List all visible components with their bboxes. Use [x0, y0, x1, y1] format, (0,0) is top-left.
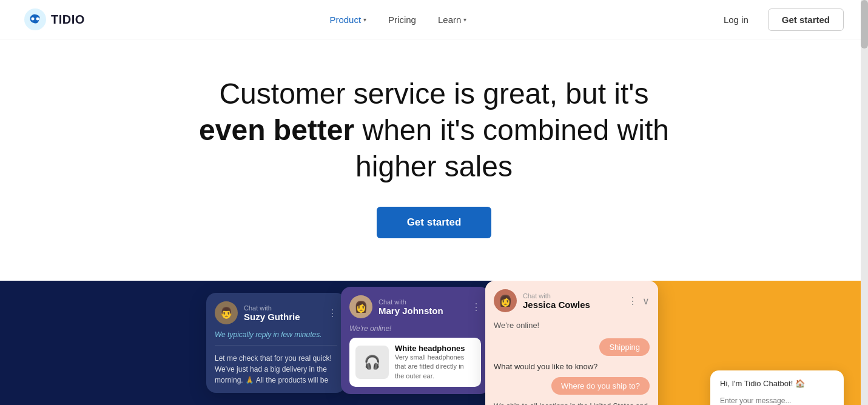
suzy-message: Let me check that for you real quick! We… [206, 346, 346, 393]
learn-chevron-icon: ▾ [463, 16, 466, 23]
suzy-name: Suzy Guthrie [244, 312, 300, 322]
product-desc: Very small headphones that are fitted di… [395, 353, 475, 381]
chat-card-jessica: 👩 Chat with Jessica Cowles ⋮ ∨ We're onl… [485, 281, 658, 405]
product-image: 🎧 [355, 346, 389, 379]
scrollbar[interactable] [861, 0, 868, 405]
get-started-hero-button[interactable]: Get started [377, 207, 492, 238]
avatar-suzy: 👨 [215, 301, 238, 324]
jessica-answer: We ship to all locations in the United S… [485, 397, 658, 405]
product-chevron-icon: ▾ [363, 16, 366, 23]
avatar-mary: 👩 [349, 295, 372, 318]
mary-chat-with-label: Chat with [378, 298, 443, 306]
nav-right: Log in Get started [712, 8, 844, 31]
navigation: TIDIO Product ▾ Pricing Learn ▾ Log in G… [0, 0, 868, 39]
mary-status: We're online! [341, 324, 490, 338]
demo-area: 👨 Chat with Suzy Guthrie ⋮ We typically … [0, 281, 868, 405]
chatbot-widget: Hi, I'm Tidio Chatbot! 🏠 💬 2 [710, 370, 844, 405]
jessica-bubble1-row: Shipping [485, 336, 658, 358]
nav-pricing[interactable]: Pricing [380, 10, 425, 30]
get-started-nav-button[interactable]: Get started [768, 8, 844, 31]
scrollbar-thumb[interactable] [861, 0, 868, 49]
jessica-bubble1: Shipping [599, 338, 650, 356]
svg-point-2 [36, 18, 39, 21]
mary-more-icon[interactable]: ⋮ [471, 301, 481, 313]
hero-headline-part1: Customer service is great, but it's [219, 78, 648, 110]
jessica-bubble2-row: Where do you ship to? [485, 375, 658, 397]
chat-card-mary: 👩 Chat with Mary Johnston ⋮ We're online… [341, 287, 490, 394]
jessica-name: Jessica Cowles [523, 300, 590, 310]
nav-learn[interactable]: Learn ▾ [429, 10, 475, 30]
suzy-status: We typically reply in few minutes. [206, 330, 346, 345]
jessica-bubble2: Where do you ship to? [551, 377, 650, 395]
nav-center: Product ▾ Pricing Learn ▾ [321, 10, 475, 30]
logo[interactable]: TIDIO [24, 8, 85, 30]
hero-headline: Customer service is great, but it's even… [192, 76, 677, 185]
product-name: White headphones [395, 344, 475, 353]
mary-name: Mary Johnston [378, 306, 443, 316]
chatbot-greeting: Hi, I'm Tidio Chatbot! 🏠 [720, 379, 834, 388]
login-button[interactable]: Log in [712, 10, 761, 30]
jessica-status: We're online! [485, 318, 658, 336]
jessica-chat-with-label: Chat with [523, 292, 590, 300]
hero-headline-bold: even better [199, 114, 354, 146]
logo-text: TIDIO [51, 13, 85, 27]
chat-card-suzy: 👨 Chat with Suzy Guthrie ⋮ We typically … [206, 293, 346, 393]
avatar-jessica: 👩 [494, 289, 517, 312]
jessica-question: What would you like to know? [485, 358, 658, 375]
jessica-more-icon[interactable]: ⋮ [628, 295, 638, 307]
chatbot-input[interactable] [720, 394, 834, 405]
hero-headline-part2: when it's combined with higher sales [354, 114, 669, 182]
svg-point-1 [32, 18, 35, 21]
hero-section: Customer service is great, but it's even… [0, 39, 868, 263]
suzy-more-icon[interactable]: ⋮ [328, 307, 337, 319]
suzy-chat-with-label: Chat with [244, 304, 300, 312]
jessica-collapse-icon[interactable]: ∨ [642, 295, 650, 307]
mary-product-preview: 🎧 White headphones Very small headphones… [349, 338, 481, 387]
nav-product[interactable]: Product ▾ [321, 10, 375, 30]
